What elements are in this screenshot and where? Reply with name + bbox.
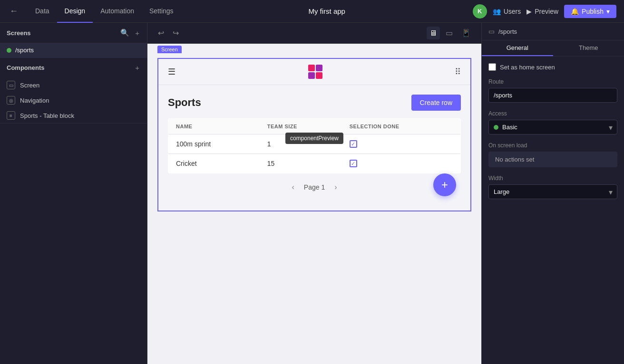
hamburger-icon[interactable]: ☰ [168, 67, 176, 77]
nav-right: K 👥 Users ▶ Preview 🔔 Publish ▾ [473, 4, 616, 19]
tab-theme[interactable]: Theme [553, 40, 624, 56]
redo-button[interactable]: ↪ [170, 27, 182, 39]
top-navigation: ← Data Design Automation Settings My fir… [0, 0, 624, 23]
fab-button[interactable]: + [433, 173, 456, 196]
users-icon: 👥 [493, 8, 501, 15]
cell-selection-0 [342, 134, 461, 154]
no-actions-button[interactable]: No actions set [488, 152, 617, 167]
canvas-toolbar: ↩ ↪ 🖥 ▭ 📱 [147, 23, 481, 44]
components-section: Components + ▭ Screen ◎ Navigation ≡ Spo… [0, 58, 147, 124]
access-dot [494, 125, 498, 130]
tablet-view-button[interactable]: ▭ [443, 27, 456, 39]
access-label: Access [488, 110, 617, 117]
fab-plus-icon: + [441, 178, 448, 192]
tab-settings[interactable]: Settings [142, 0, 181, 23]
right-sidebar-header: ▭ /sports [482, 23, 624, 40]
component-preview-tooltip: componentPreview [285, 133, 343, 144]
pagination: ‹ Page 1 › [168, 173, 461, 201]
mobile-view-button[interactable]: 📱 [458, 27, 474, 39]
route-input[interactable] [488, 88, 617, 103]
route-setting: Route [488, 78, 617, 103]
on-screen-load-label: On screen load [488, 142, 617, 149]
back-icon: ← [10, 6, 18, 16]
width-setting: Width Large [488, 175, 617, 199]
component-item-table-block[interactable]: ≡ Sports - Table block [0, 108, 147, 123]
cell-name-0: 100m sprint [168, 134, 260, 154]
add-icon: + [135, 29, 139, 37]
components-header: Components + [0, 58, 147, 77]
undo-redo-group: ↩ ↪ [155, 27, 182, 39]
screens-header: Screens 🔍 + [0, 23, 147, 43]
main-content: Screens 🔍 + /sports Components + [0, 23, 624, 364]
access-value: Basic [502, 124, 517, 131]
home-screen-setting: Set as home screen [488, 63, 617, 71]
col-selection-done: Selection Done [342, 119, 461, 134]
tab-design[interactable]: Design [57, 0, 93, 23]
screens-section: Screens 🔍 + /sports [0, 23, 147, 58]
panel-route: /sports [498, 28, 517, 35]
mobile-icon: 📱 [461, 29, 471, 37]
next-page-button[interactable]: › [331, 181, 341, 193]
col-team-size: Team Size [260, 119, 342, 134]
tab-automation[interactable]: Automation [93, 0, 142, 23]
nav-tabs: Data Design Automation Settings [28, 0, 181, 23]
cell-name-1: Cricket [168, 154, 260, 173]
width-label: Width [488, 175, 617, 182]
canvas-wrapper: Screen ☰ ⠿ [147, 44, 481, 364]
undo-button[interactable]: ↩ [155, 27, 167, 39]
preview-icon: ▶ [526, 8, 532, 15]
component-item-screen[interactable]: ▭ Screen [0, 77, 147, 93]
right-panel-content: Set as home screen Route Access Basic On… [482, 57, 624, 213]
on-screen-load-setting: On screen load No actions set [488, 142, 617, 167]
desktop-view-button[interactable]: 🖥 [427, 27, 440, 39]
logo-square-3 [308, 72, 315, 79]
back-button[interactable]: ← [8, 4, 20, 18]
avatar: K [473, 4, 487, 19]
cell-selection-1 [342, 154, 461, 173]
grid-icon[interactable]: ⠿ [455, 67, 461, 77]
publish-button[interactable]: 🔔 Publish ▾ [564, 5, 616, 18]
col-name: Name [168, 119, 260, 134]
screen-badge: Screen [157, 46, 182, 53]
tab-data[interactable]: Data [28, 0, 57, 23]
sidebar-item-sports[interactable]: /sports [0, 43, 147, 57]
sports-header: Sports Create row [168, 95, 461, 111]
home-screen-checkbox[interactable] [488, 63, 496, 71]
width-select[interactable]: Large [488, 184, 617, 199]
screens-actions: 🔍 + [119, 28, 140, 38]
app-header: ☰ ⠿ [158, 59, 470, 85]
prev-page-button[interactable]: ‹ [288, 181, 298, 193]
table-row: Cricket 15 [168, 154, 461, 173]
users-label: Users [504, 8, 521, 15]
page-label: Page 1 [304, 183, 325, 191]
components-title: Components [7, 64, 44, 71]
cell-team-size-1: 15 [260, 154, 342, 173]
tab-general[interactable]: General [482, 40, 553, 56]
left-sidebar: Screens 🔍 + /sports Components + [0, 23, 147, 364]
component-item-navigation[interactable]: ◎ Navigation [0, 93, 147, 108]
preview-button[interactable]: ▶ Preview [526, 8, 558, 15]
sports-table: Name Team Size Selection Done 100m sprin… [168, 118, 461, 173]
access-select[interactable]: Basic [488, 120, 617, 134]
screen-name: /sports [15, 47, 34, 54]
preview-label: Preview [535, 8, 558, 15]
add-component-button[interactable]: + [134, 63, 140, 73]
screen-component-label: Screen [20, 82, 39, 89]
panel-screen-icon: ▭ [488, 28, 495, 35]
table-component-label: Sports - Table block [20, 112, 74, 119]
device-buttons: 🖥 ▭ 📱 [427, 27, 474, 39]
width-select-wrapper: Large [488, 184, 617, 199]
create-row-button[interactable]: Create row [411, 95, 461, 111]
search-button[interactable]: 🔍 [119, 28, 130, 38]
logo-square-2 [316, 65, 322, 71]
bell-icon: 🔔 [571, 8, 579, 15]
navigation-component-icon: ◎ [7, 96, 15, 105]
users-button[interactable]: 👥 Users [493, 8, 521, 15]
screen-status-dot [7, 48, 11, 53]
table-component-icon: ≡ [7, 111, 15, 120]
access-select-wrapper: Basic [488, 120, 617, 134]
add-screen-button[interactable]: + [134, 28, 140, 38]
desktop-icon: 🖥 [429, 29, 437, 37]
app-logo [308, 65, 322, 79]
right-sidebar-tabs: General Theme [482, 40, 624, 57]
